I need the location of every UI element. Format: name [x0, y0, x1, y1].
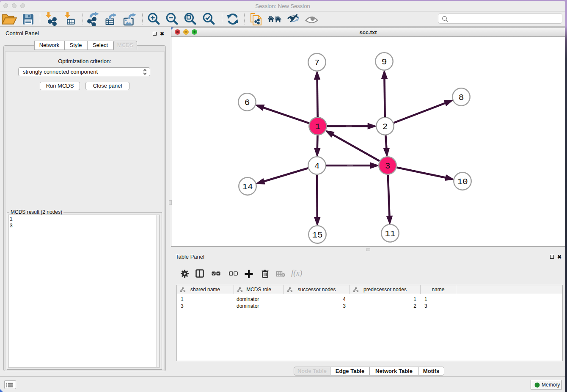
svg-text:2: 2	[383, 122, 388, 132]
svg-text:11: 11	[385, 229, 395, 239]
svg-text:15: 15	[312, 230, 322, 240]
svg-text:8: 8	[459, 93, 464, 102]
svg-text:14: 14	[242, 182, 253, 192]
svg-text:10: 10	[457, 177, 468, 187]
svg-text:9: 9	[382, 57, 387, 67]
svg-text:3: 3	[385, 161, 391, 171]
svg-text:7: 7	[314, 58, 320, 68]
svg-text:6: 6	[245, 98, 250, 108]
svg-text:4: 4	[314, 161, 320, 171]
svg-text:1: 1	[315, 122, 321, 132]
